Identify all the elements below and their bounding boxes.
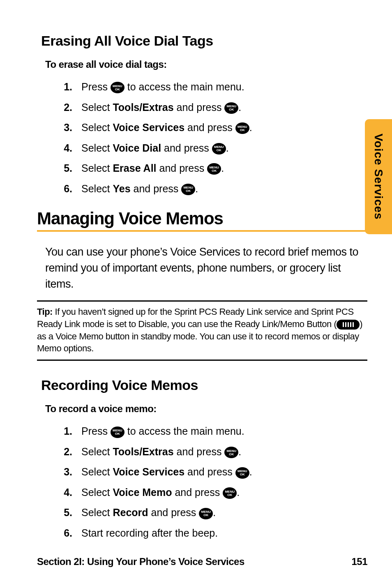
step-bold: Tools/Extras [113, 101, 173, 113]
step-number: 3. [58, 464, 72, 480]
menu-ok-icon [235, 467, 249, 479]
step-bold: Voice Dial [113, 142, 161, 154]
step-number: 2. [58, 100, 72, 115]
list-item: 1.Press to access the main menu. [58, 424, 367, 439]
lead-record: To record a voice memo: [45, 403, 367, 415]
step-text: Start recording after the beep. [81, 526, 367, 541]
step-number: 5. [58, 505, 72, 521]
step-bold: Voice Services [113, 466, 184, 477]
menu-ok-icon [224, 102, 238, 114]
step-number: 6. [58, 181, 72, 197]
step-number: 5. [58, 161, 72, 176]
lead-erase: To erase all voice dial tags: [45, 59, 367, 70]
step-number: 4. [58, 141, 72, 156]
orange-rule [37, 230, 367, 232]
page: Voice Services Erasing All Voice Dial Ta… [0, 0, 392, 588]
step-text: Press to access the main menu. [81, 424, 367, 439]
step-text: Select Erase All and press . [81, 161, 367, 176]
list-item: 4.Select Voice Dial and press . [58, 141, 367, 156]
heading-recording: Recording Voice Memos [41, 377, 367, 393]
menu-ok-icon [111, 427, 125, 438]
list-item: 2.Select Tools/Extras and press . [58, 444, 367, 460]
heading-managing: Managing Voice Memos [37, 209, 367, 228]
tip-label: Tip: [37, 307, 53, 317]
menu-ok-icon [207, 163, 221, 175]
menu-ok-icon [111, 82, 125, 93]
step-text: Press to access the main menu. [81, 79, 367, 95]
list-item: 6.Start recording after the beep. [58, 526, 367, 541]
step-bold: Record [113, 507, 148, 518]
footer-section: Section 2I: Using Your Phone’s Voice Ser… [37, 556, 244, 567]
tip-block: Tip: If you haven’t signed up for the Sp… [37, 300, 367, 361]
list-item: 2.Select Tools/Extras and press . [58, 100, 367, 115]
step-number: 4. [58, 485, 72, 500]
menu-ok-icon [235, 122, 249, 134]
menu-ok-icon [199, 508, 213, 519]
side-tab-label: Voice Services [372, 134, 385, 220]
step-bold: Tools/Extras [113, 446, 173, 457]
step-text: Select Voice Memo and press . [81, 485, 367, 500]
menu-ok-icon [212, 143, 226, 154]
list-item: 3.Select Voice Services and press . [58, 464, 367, 480]
step-text: Select Tools/Extras and press . [81, 100, 367, 115]
body-paragraph: You can use your phone’s Voice Services … [45, 244, 367, 292]
step-text: Select Yes and press . [81, 181, 367, 197]
step-bold: Yes [113, 183, 130, 194]
steps-erase: 1.Press to access the main menu.2.Select… [58, 79, 367, 196]
step-bold: Voice Memo [113, 487, 172, 498]
tip-text-before: If you haven’t signed up for the Sprint … [37, 307, 354, 329]
steps-record: 1.Press to access the main menu.2.Select… [58, 424, 367, 541]
menu-ok-icon [223, 487, 237, 499]
step-text: Select Tools/Extras and press . [81, 444, 367, 460]
heading-erasing: Erasing All Voice Dial Tags [41, 33, 367, 49]
list-item: 4.Select Voice Memo and press . [58, 485, 367, 500]
list-item: 6.Select Yes and press . [58, 181, 367, 197]
step-text: Select Voice Dial and press . [81, 141, 367, 156]
list-item: 1.Press to access the main menu. [58, 79, 367, 95]
page-footer: Section 2I: Using Your Phone’s Voice Ser… [37, 556, 367, 567]
step-number: 1. [58, 424, 72, 439]
step-text: Select Record and press . [81, 505, 367, 521]
footer-page-number: 151 [351, 556, 367, 567]
list-item: 5.Select Record and press . [58, 505, 367, 521]
step-bold: Voice Services [113, 122, 184, 133]
menu-ok-icon [224, 447, 238, 458]
step-bold: Erase All [113, 162, 156, 174]
step-number: 6. [58, 526, 72, 541]
list-item: 3.Select Voice Services and press . [58, 120, 367, 136]
step-text: Select Voice Services and press . [81, 120, 367, 136]
step-number: 1. [58, 79, 72, 95]
step-number: 2. [58, 444, 72, 460]
step-text: Select Voice Services and press . [81, 464, 367, 480]
side-tab: Voice Services [365, 119, 392, 234]
ready-link-button-icon [337, 320, 360, 330]
menu-ok-icon [181, 184, 195, 195]
step-number: 3. [58, 120, 72, 136]
list-item: 5.Select Erase All and press . [58, 161, 367, 176]
